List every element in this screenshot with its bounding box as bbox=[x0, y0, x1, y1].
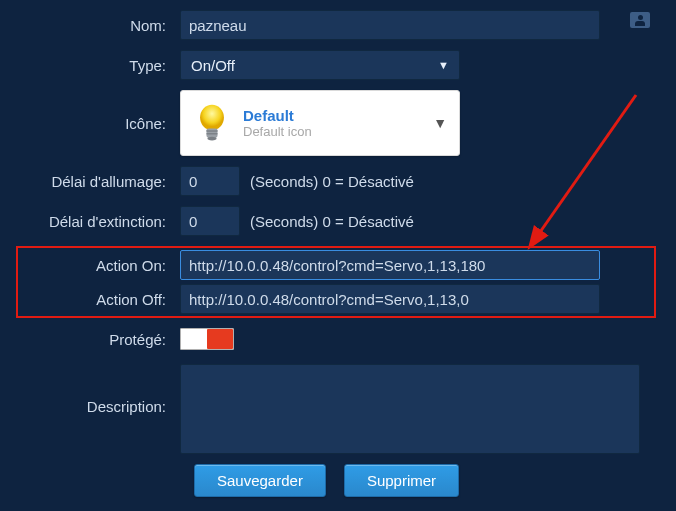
nom-input[interactable] bbox=[180, 10, 600, 40]
delai-off-input[interactable] bbox=[180, 206, 240, 236]
lightbulb-icon bbox=[193, 101, 231, 145]
svg-point-0 bbox=[200, 105, 224, 131]
label-nom: Nom: bbox=[20, 17, 180, 34]
label-protege: Protégé: bbox=[20, 331, 180, 348]
hint-delai-off: (Seconds) 0 = Désactivé bbox=[250, 213, 414, 230]
type-select[interactable]: On/Off ▼ bbox=[180, 50, 460, 80]
save-button[interactable]: Sauvegarder bbox=[194, 464, 326, 497]
action-off-input[interactable] bbox=[180, 284, 600, 314]
delai-on-input[interactable] bbox=[180, 166, 240, 196]
label-delai-on: Délai d'allumage: bbox=[20, 173, 180, 190]
action-highlight-box: Action On: Action Off: bbox=[16, 246, 656, 318]
contact-card-icon[interactable] bbox=[630, 12, 650, 28]
label-type: Type: bbox=[20, 57, 180, 74]
hint-delai-on: (Seconds) 0 = Désactivé bbox=[250, 173, 414, 190]
chevron-down-icon: ▼ bbox=[438, 59, 449, 71]
label-action-on: Action On: bbox=[20, 257, 180, 274]
label-description: Description: bbox=[20, 364, 180, 415]
toggle-knob bbox=[207, 329, 233, 349]
action-on-input[interactable] bbox=[180, 250, 600, 280]
protege-toggle[interactable] bbox=[180, 328, 234, 350]
label-icone: Icône: bbox=[20, 115, 180, 132]
label-delai-off: Délai d'extinction: bbox=[20, 213, 180, 230]
chevron-down-icon: ▼ bbox=[433, 115, 447, 131]
icon-title: Default bbox=[243, 107, 433, 124]
type-value: On/Off bbox=[191, 57, 235, 74]
svg-rect-3 bbox=[207, 133, 218, 134]
svg-point-4 bbox=[207, 137, 216, 141]
description-input[interactable] bbox=[180, 364, 640, 454]
icon-subtitle: Default icon bbox=[243, 124, 433, 139]
icon-picker[interactable]: Default Default icon ▼ bbox=[180, 90, 460, 156]
delete-button[interactable]: Supprimer bbox=[344, 464, 459, 497]
svg-rect-2 bbox=[207, 130, 218, 131]
label-action-off: Action Off: bbox=[20, 291, 180, 308]
